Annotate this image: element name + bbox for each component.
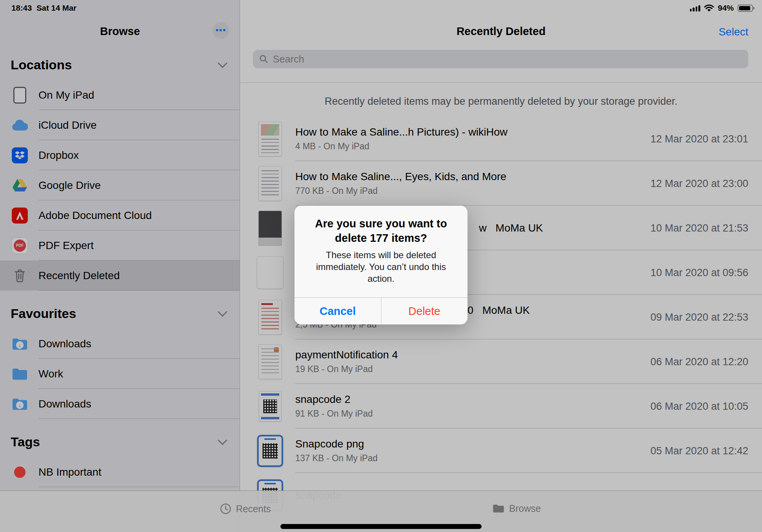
dialog-title: Are you sure you want to delete 177 item… <box>304 216 458 245</box>
cancel-button[interactable]: Cancel <box>295 298 381 324</box>
dialog-message: These items will be deleted immediately.… <box>309 249 453 284</box>
dialog-buttons: Cancel Delete <box>295 297 467 324</box>
delete-confirmation-dialog: Are you sure you want to delete 177 item… <box>295 206 467 324</box>
delete-button[interactable]: Delete <box>381 298 468 324</box>
